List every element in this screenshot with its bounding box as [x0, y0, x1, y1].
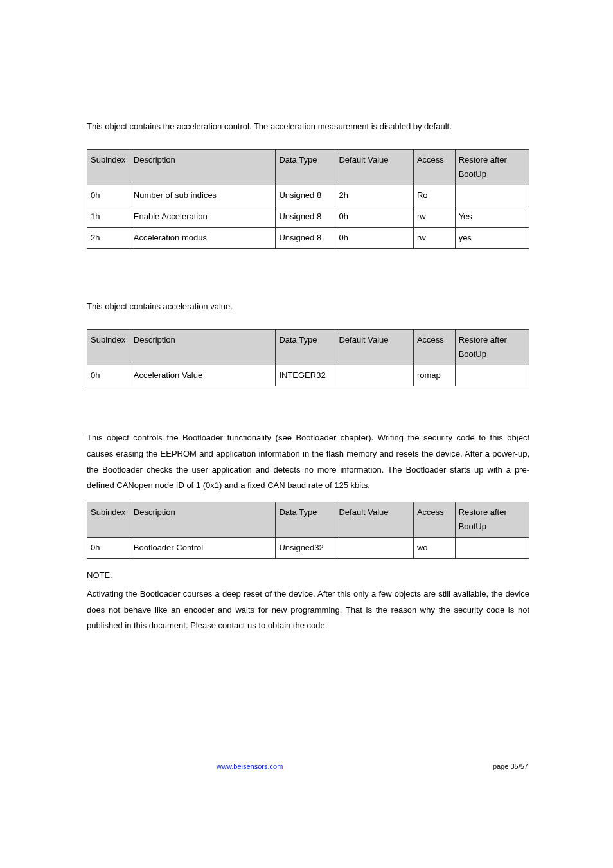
col-default: Default Value	[335, 149, 413, 185]
cell: Unsigned 8	[276, 185, 335, 206]
col-access: Access	[413, 502, 455, 537]
footer-page-number: page 35/57	[493, 763, 528, 770]
cell	[335, 538, 413, 559]
table-header-row: Subindex Description Data Type Default V…	[87, 329, 529, 365]
note-body: Activating the Bootloader courses a deep…	[87, 586, 529, 634]
cell: 0h	[87, 538, 130, 559]
table-header-row: Subindex Description Data Type Default V…	[87, 149, 529, 185]
col-restore: Restore after BootUp	[455, 502, 529, 537]
col-description: Description	[130, 149, 276, 185]
cell: 0h	[87, 185, 130, 206]
col-restore: Restore after BootUp	[455, 329, 529, 365]
cell: rw	[413, 206, 455, 227]
cell: Enable Acceleration	[130, 206, 276, 227]
cell: Unsigned 8	[276, 228, 335, 249]
table-row: 0h Acceleration Value INTEGER32 romap	[87, 365, 529, 386]
acceleration-control-table: Subindex Description Data Type Default V…	[87, 149, 529, 249]
col-default: Default Value	[335, 329, 413, 365]
page-footer: www.beisensors.com page 35/57	[87, 763, 529, 770]
col-subindex: Subindex	[87, 329, 130, 365]
intro-paragraph-3: This object controls the Bootloader func…	[87, 430, 529, 494]
acceleration-value-table: Subindex Description Data Type Default V…	[87, 329, 529, 386]
cell: Bootloader Control	[130, 538, 276, 559]
cell: 1h	[87, 206, 130, 227]
col-datatype: Data Type	[276, 149, 335, 185]
cell: 0h	[335, 206, 413, 227]
cell: Number of sub indices	[130, 185, 276, 206]
table-row: 1h Enable Acceleration Unsigned 8 0h rw …	[87, 206, 529, 227]
cell: yes	[455, 228, 529, 249]
cell: Acceleration modus	[130, 228, 276, 249]
intro-paragraph-2: This object contains acceleration value.	[87, 299, 529, 315]
intro-paragraph-1: This object contains the acceleration co…	[87, 119, 529, 135]
col-default: Default Value	[335, 502, 413, 537]
col-access: Access	[413, 329, 455, 365]
col-description: Description	[130, 329, 276, 365]
table-row: 0h Number of sub indices Unsigned 8 2h R…	[87, 185, 529, 206]
cell	[455, 365, 529, 386]
col-access: Access	[413, 149, 455, 185]
cell: 2h	[335, 185, 413, 206]
table-row: 0h Bootloader Control Unsigned32 wo	[87, 538, 529, 559]
cell: Unsigned 8	[276, 206, 335, 227]
table-header-row: Subindex Description Data Type Default V…	[87, 502, 529, 537]
cell	[455, 185, 529, 206]
col-datatype: Data Type	[276, 502, 335, 537]
note-label: NOTE:	[87, 568, 529, 584]
table-row: 2h Acceleration modus Unsigned 8 0h rw y…	[87, 228, 529, 249]
cell: 0h	[87, 365, 130, 386]
cell: 2h	[87, 228, 130, 249]
cell: Ro	[413, 185, 455, 206]
cell: INTEGER32	[276, 365, 335, 386]
cell: rw	[413, 228, 455, 249]
cell: Unsigned32	[276, 538, 335, 559]
cell	[335, 365, 413, 386]
col-subindex: Subindex	[87, 149, 130, 185]
col-datatype: Data Type	[276, 329, 335, 365]
cell: Acceleration Value	[130, 365, 276, 386]
footer-link[interactable]: www.beisensors.com	[217, 763, 283, 770]
cell: 0h	[335, 228, 413, 249]
col-restore: Restore after BootUp	[455, 149, 529, 185]
col-subindex: Subindex	[87, 502, 130, 537]
cell	[455, 538, 529, 559]
cell: wo	[413, 538, 455, 559]
bootloader-control-table: Subindex Description Data Type Default V…	[87, 502, 529, 559]
cell: Yes	[455, 206, 529, 227]
col-description: Description	[130, 502, 276, 537]
cell: romap	[413, 365, 455, 386]
